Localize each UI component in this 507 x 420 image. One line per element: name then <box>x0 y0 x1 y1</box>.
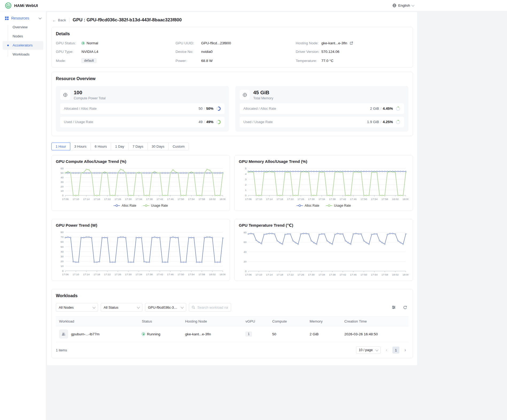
legend-usage-rate[interactable]: Usage Rate <box>326 204 351 207</box>
svg-text:17:50: 17:50 <box>178 273 184 276</box>
svg-text:50: 50 <box>61 245 64 248</box>
time-tab-3-hours[interactable]: 3 Hours <box>70 143 91 150</box>
detail-mode: Mode: default <box>56 58 176 63</box>
time-tab-1-day[interactable]: 1 Day <box>111 143 128 150</box>
svg-text:60: 60 <box>61 241 64 244</box>
time-tab-6-hours[interactable]: 6 Hours <box>91 143 111 150</box>
svg-text:17:22: 17:22 <box>287 197 294 200</box>
time-tab-7-days[interactable]: 7 Days <box>128 143 147 150</box>
svg-text:60: 60 <box>61 167 64 170</box>
memory-used-donut <box>396 120 400 124</box>
svg-text:17:14: 17:14 <box>266 273 273 276</box>
power-trend-card: GPU Power Trend (W) 0102030405060708017:… <box>51 219 230 281</box>
top-bar: HAMi WebUI English <box>0 0 507 11</box>
legend-alloc-rate[interactable]: Alloc Rate <box>296 204 319 207</box>
compute-trend-title: GPU Compute Alloc/Usage Trend (%) <box>56 159 225 164</box>
svg-text:17:38: 17:38 <box>329 197 336 200</box>
svg-text:17:38: 17:38 <box>146 197 153 200</box>
legend-usage-rate[interactable]: Usage Rate <box>143 204 168 207</box>
sidebar-item-nodes[interactable]: Nodes <box>3 32 43 41</box>
legend-alloc-rate[interactable]: Alloc Rate <box>113 204 136 207</box>
page-head: ← Back GPU : GPU-f9cd036c-382f-b13d-443f… <box>51 16 413 27</box>
svg-text:17:34: 17:34 <box>135 197 142 200</box>
search-input[interactable] <box>197 305 228 310</box>
memory-total-value: 45 GiB <box>253 90 273 96</box>
svg-text:0: 0 <box>62 269 64 272</box>
sidebar-item-overview[interactable]: Overview <box>3 23 43 32</box>
svg-text:80: 80 <box>244 231 247 234</box>
compute-trend-chart: 010203040506017:0617:1017:1417:1817:2217… <box>56 166 225 202</box>
page-size-select[interactable]: 10 / page <box>356 346 381 354</box>
workloads-title: Workloads <box>56 293 408 298</box>
workload-name-link[interactable]: gpuburn-...-lb77m <box>71 332 100 336</box>
time-range-tabs: 1 Hour 3 Hours 6 Hours 1 Day 7 Days 30 D… <box>51 143 189 150</box>
compute-used-donut <box>216 120 221 124</box>
resource-overview-title: Resource Overview <box>56 76 408 81</box>
node-filter-select[interactable]: All Nodes <box>56 303 98 312</box>
status-filter-select[interactable]: All Status <box>101 303 142 312</box>
svg-text:18:06: 18:06 <box>403 273 408 276</box>
compute-used-row: Used / Usage Rate 49 / 49% <box>60 117 225 127</box>
sidebar-section-resources[interactable]: Resources <box>3 14 43 22</box>
workload-memory: 2 GiB <box>306 326 341 342</box>
svg-text:17:50: 17:50 <box>361 197 367 200</box>
svg-text:17:54: 17:54 <box>371 273 378 276</box>
svg-text:18:02: 18:02 <box>392 273 399 276</box>
time-tab-1-hour[interactable]: 1 Hour <box>51 143 70 150</box>
workload-compute: 50 <box>269 326 306 342</box>
hosting-node-link[interactable]: gke-kant...e-3fln <box>321 41 347 45</box>
gpu-filter-select[interactable]: GPU-f9cd036c-382... <box>145 303 186 312</box>
compute-alloc-row: Allocated / Alloc Rate 50 / 50% <box>60 103 225 114</box>
sidebar-item-workloads[interactable]: Workloads <box>3 50 43 59</box>
legend-marker-icon <box>326 204 333 207</box>
svg-text:17:22: 17:22 <box>104 197 111 200</box>
svg-text:17:42: 17:42 <box>340 197 346 200</box>
sidebar-item-accelerators[interactable]: Accelerators <box>3 41 43 50</box>
svg-text:20: 20 <box>244 260 247 263</box>
workload-search <box>189 303 231 312</box>
svg-text:50: 50 <box>61 171 64 174</box>
svg-text:17:50: 17:50 <box>178 197 184 200</box>
prev-page-button[interactable]: ‹ <box>383 347 390 354</box>
refresh-button[interactable] <box>401 304 408 311</box>
compute-resource-card: 100 Compute Power Total Allocated / Allo… <box>56 86 229 132</box>
resources-icon <box>5 16 9 20</box>
table-settings-button[interactable] <box>390 304 397 311</box>
svg-text:17:46: 17:46 <box>167 197 174 200</box>
svg-text:18:06: 18:06 <box>220 273 225 276</box>
svg-text:3: 3 <box>245 178 247 181</box>
svg-text:17:06: 17:06 <box>62 197 69 200</box>
table-header-row: Workload Status Hosting Node vGPU Comput… <box>56 317 408 326</box>
svg-text:0: 0 <box>245 194 247 197</box>
next-page-button[interactable]: › <box>402 347 408 354</box>
svg-text:18:06: 18:06 <box>220 197 225 200</box>
memory-meter-icon <box>240 90 250 100</box>
language-selector[interactable]: English <box>392 3 414 7</box>
status-running-icon <box>142 332 145 336</box>
svg-text:40: 40 <box>244 250 247 253</box>
svg-text:17:30: 17:30 <box>308 197 315 200</box>
language-label: English <box>398 3 410 7</box>
back-button[interactable]: ← Back <box>52 18 66 22</box>
svg-text:17:10: 17:10 <box>73 197 79 200</box>
detail-hosting-node: Hosting Node: gke-kant...e-3fln <box>296 41 408 45</box>
svg-text:17:06: 17:06 <box>245 273 252 276</box>
svg-text:17:18: 17:18 <box>93 197 100 200</box>
svg-text:17:26: 17:26 <box>298 273 304 276</box>
svg-text:17:50: 17:50 <box>361 273 367 276</box>
workload-node: gke-kant...e-3fln <box>182 326 242 342</box>
svg-text:17:34: 17:34 <box>318 273 325 276</box>
svg-text:17:34: 17:34 <box>318 197 325 200</box>
legend-marker-icon <box>296 204 303 207</box>
svg-text:17:22: 17:22 <box>287 273 294 276</box>
time-tab-30-days[interactable]: 30 Days <box>147 143 169 150</box>
external-link-icon[interactable] <box>350 41 353 45</box>
compute-total-value: 100 <box>74 90 106 96</box>
page-number-1[interactable]: 1 <box>392 347 399 354</box>
chevron-down-icon <box>38 16 41 19</box>
status-normal-icon <box>81 42 85 45</box>
details-grid: GPU Status: Normal GPU UUID: GPU-f9cd...… <box>56 41 408 63</box>
svg-text:17:18: 17:18 <box>276 197 283 200</box>
divider <box>69 18 69 22</box>
time-tab-custom[interactable]: Custom <box>168 143 189 150</box>
